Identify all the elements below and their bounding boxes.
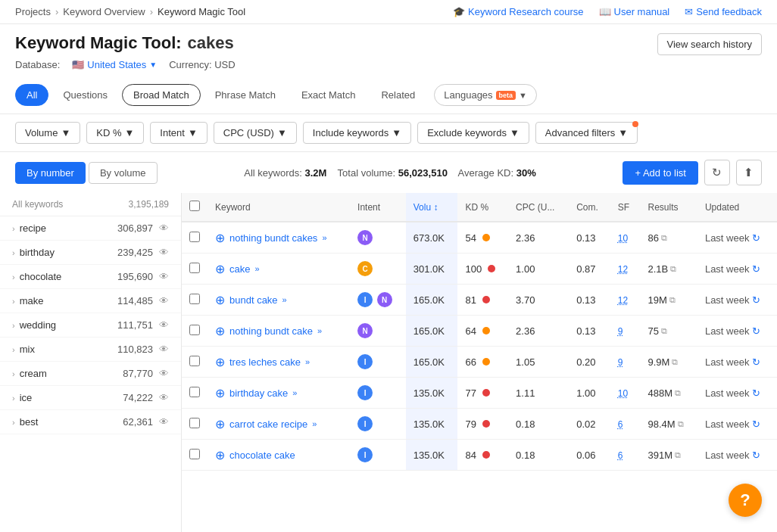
refresh-icon[interactable]: ↻	[752, 325, 760, 337]
intent-filter[interactable]: Intent ▼	[150, 122, 207, 144]
refresh-icon[interactable]: ↻	[752, 294, 760, 306]
sf-link[interactable]: 12	[618, 295, 628, 306]
keyword-link[interactable]: birthday cake	[229, 387, 288, 399]
sidebar-count: 62,361	[123, 416, 153, 428]
volume-filter[interactable]: Volume ▼	[15, 122, 80, 144]
results-value: 98.4M	[648, 418, 676, 430]
include-keywords-filter[interactable]: Include keywords ▼	[303, 122, 411, 144]
row-checkbox[interactable]	[189, 418, 200, 428]
keyword-link[interactable]: chocolate cake	[229, 450, 295, 461]
tab-phrase-match[interactable]: Phrase Match	[204, 84, 287, 106]
add-keyword-icon[interactable]: ⊕	[215, 293, 225, 307]
sidebar-item[interactable]: › ice 74,222 👁	[0, 386, 181, 410]
intent-cell: I	[350, 347, 406, 378]
intent-badge: I	[357, 385, 373, 400]
languages-button[interactable]: Languages beta ▼	[434, 84, 537, 106]
eye-icon[interactable]: 👁	[159, 319, 169, 331]
breadcrumb-projects[interactable]: Projects	[15, 6, 51, 17]
cpc-filter[interactable]: CPC (USD) ▼	[214, 122, 297, 144]
add-to-list-button[interactable]: + Add to list	[623, 161, 698, 185]
sf-link[interactable]: 6	[618, 419, 623, 430]
eye-icon[interactable]: 👁	[159, 295, 169, 306]
refresh-icon[interactable]: ↻	[752, 418, 760, 430]
volume-cell: 135.0K	[406, 440, 458, 471]
user-manual-link[interactable]: 📖 User manual	[599, 6, 670, 17]
eye-icon[interactable]: 👁	[159, 344, 169, 355]
help-button[interactable]: ?	[729, 484, 762, 517]
add-keyword-icon[interactable]: ⊕	[215, 417, 225, 431]
sf-link[interactable]: 9	[618, 357, 623, 368]
sort-by-volume-button[interactable]: By volume	[89, 162, 158, 184]
research-course-link[interactable]: 🎓 Keyword Research course	[453, 6, 583, 17]
tab-related[interactable]: Related	[370, 84, 426, 106]
intent-cell: N	[350, 316, 406, 347]
sf-link[interactable]: 10	[618, 388, 628, 399]
export-button[interactable]: ⬆	[736, 160, 762, 185]
chevron-right-icon: ›	[12, 321, 15, 330]
select-all-checkbox[interactable]	[189, 201, 200, 211]
add-keyword-icon[interactable]: ⊕	[215, 386, 225, 400]
keyword-link[interactable]: bundt cake	[229, 294, 278, 306]
row-checkbox[interactable]	[189, 325, 200, 335]
eye-icon[interactable]: 👁	[159, 392, 169, 403]
kd-filter[interactable]: KD % ▼	[86, 122, 144, 144]
sidebar-item[interactable]: › wedding 111,751 👁	[0, 313, 181, 338]
sf-link[interactable]: 12	[618, 264, 628, 275]
sidebar-item[interactable]: › best 62,361 👁	[0, 410, 181, 434]
add-keyword-icon[interactable]: ⊕	[215, 231, 225, 245]
row-checkbox[interactable]	[189, 294, 200, 304]
sf-link[interactable]: 10	[618, 233, 628, 244]
row-checkbox[interactable]	[189, 449, 200, 459]
sidebar-item[interactable]: › chocolate 195,690 👁	[0, 265, 181, 289]
refresh-icon[interactable]: ↻	[752, 450, 760, 461]
updated-cell: Last week ↻	[697, 409, 777, 440]
sidebar-item[interactable]: › cream 87,770 👁	[0, 362, 181, 386]
eye-icon[interactable]: 👁	[159, 271, 169, 282]
row-checkbox[interactable]	[189, 232, 200, 242]
col-volume[interactable]: Volu ↕	[406, 193, 458, 222]
sort-by-number-button[interactable]: By number	[15, 162, 86, 184]
refresh-icon[interactable]: ↻	[752, 356, 760, 368]
eye-icon[interactable]: 👁	[159, 247, 169, 258]
chevron-right-icon: ›	[12, 248, 15, 257]
breadcrumb-keyword-overview[interactable]: Keyword Overview	[63, 6, 145, 17]
refresh-button[interactable]: ↻	[704, 160, 730, 185]
add-keyword-icon[interactable]: ⊕	[215, 324, 225, 338]
tab-exact-match[interactable]: Exact Match	[290, 84, 367, 106]
database-selector[interactable]: 🇺🇸 United States ▼	[72, 59, 157, 70]
keyword-link[interactable]: tres leches cake	[229, 356, 301, 368]
advanced-filters-button[interactable]: Advanced filters ▼	[535, 122, 638, 144]
refresh-icon[interactable]: ↻	[752, 263, 760, 275]
refresh-icon[interactable]: ↻	[752, 232, 760, 244]
keyword-link[interactable]: nothing bundt cakes	[229, 232, 317, 244]
sidebar-item[interactable]: › birthday 239,425 👁	[0, 241, 181, 265]
sf-link[interactable]: 6	[618, 450, 623, 461]
cpc-cell: 1.11	[508, 378, 569, 409]
row-checkbox[interactable]	[189, 387, 200, 397]
view-search-history-button[interactable]: View search history	[657, 33, 762, 55]
keyword-link[interactable]: nothing bundt cake	[229, 325, 313, 337]
send-feedback-link[interactable]: ✉ Send feedback	[685, 6, 762, 17]
row-checkbox[interactable]	[189, 356, 200, 366]
sidebar-header: All keywords 3,195,189	[0, 193, 181, 216]
row-checkbox[interactable]	[189, 263, 200, 273]
eye-icon[interactable]: 👁	[159, 222, 169, 234]
tab-questions[interactable]: Questions	[51, 84, 119, 106]
kd-indicator	[482, 358, 490, 366]
keyword-link[interactable]: cake	[229, 263, 250, 275]
eye-icon[interactable]: 👁	[159, 416, 169, 428]
refresh-icon[interactable]: ↻	[752, 387, 760, 399]
tab-broad-match[interactable]: Broad Match	[122, 84, 201, 106]
add-keyword-icon[interactable]: ⊕	[215, 355, 225, 369]
add-keyword-icon[interactable]: ⊕	[215, 262, 225, 276]
sf-link[interactable]: 9	[618, 326, 623, 337]
sidebar-item[interactable]: › make 114,485 👁	[0, 289, 181, 313]
eye-icon[interactable]: 👁	[159, 368, 169, 379]
add-keyword-icon[interactable]: ⊕	[215, 448, 225, 462]
sidebar-item[interactable]: › recipe 306,897 👁	[0, 216, 181, 241]
tab-all[interactable]: All	[15, 84, 48, 106]
breadcrumb: Projects › Keyword Overview › Keyword Ma…	[15, 6, 245, 17]
keyword-link[interactable]: carrot cake recipe	[229, 418, 307, 430]
sidebar-item[interactable]: › mix 110,823 👁	[0, 338, 181, 362]
exclude-keywords-filter[interactable]: Exclude keywords ▼	[417, 122, 529, 144]
